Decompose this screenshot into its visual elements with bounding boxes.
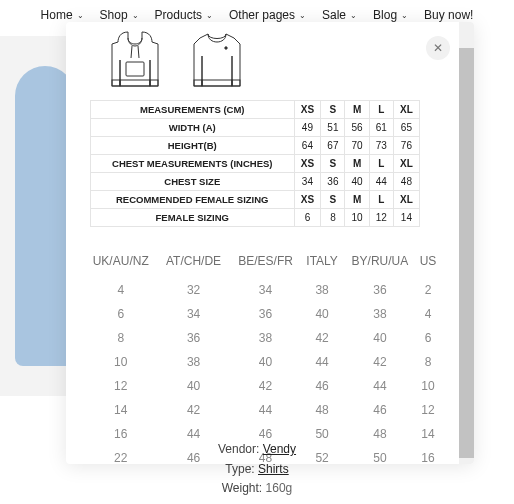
conversion-cell: 32 (157, 280, 229, 300)
nav-blog[interactable]: Blog⌄ (373, 8, 408, 22)
conversion-cell: 42 (301, 328, 342, 348)
conversion-cell: 36 (343, 280, 417, 300)
nav-label: Shop (100, 8, 128, 22)
conversion-cell: 8 (90, 328, 157, 348)
svg-rect-1 (120, 80, 150, 86)
type-label: Type: (225, 462, 254, 476)
modal-content: MEASUREMENTS (CM)XSSMLXL WIDTH (A)495156… (90, 22, 446, 464)
conversion-cell: 4 (90, 280, 157, 300)
chevron-down-icon: ⌄ (299, 11, 306, 20)
conversion-cell: 40 (343, 328, 417, 348)
svg-point-9 (225, 47, 227, 49)
conversion-cell: 10 (90, 352, 157, 372)
vendor-label: Vendor: (218, 442, 259, 456)
garment-hoodie-diagram (100, 26, 170, 92)
conversion-cell: 6 (90, 304, 157, 324)
product-meta: Vendor: Vendy Type: Shirts Weight: 160g (0, 440, 514, 498)
chevron-down-icon: ⌄ (132, 11, 139, 20)
svg-rect-2 (112, 80, 120, 86)
garment-sweatshirt-diagram (182, 26, 252, 92)
conversion-table: UK/AU/NZ AT/CH/DE BE/ES/FR ITALY BY/RU/U… (90, 247, 439, 464)
conversion-cell: 38 (301, 280, 342, 300)
conversion-cell: 38 (343, 304, 417, 324)
nav-label: Blog (373, 8, 397, 22)
conversion-cell: 14 (90, 400, 157, 420)
conversion-cell: 46 (343, 400, 417, 420)
nav-label: Other pages (229, 8, 295, 22)
conversion-cell: 8 (417, 352, 439, 372)
conversion-row: 6343640384 (90, 304, 439, 324)
conversion-row: 124042464410 (90, 376, 439, 396)
conversion-cell: 12 (90, 376, 157, 396)
chevron-down-icon: ⌄ (77, 11, 84, 20)
conversion-cell: 2 (417, 280, 439, 300)
conversion-row: 8363842406 (90, 328, 439, 348)
conversion-cell: 4 (417, 304, 439, 324)
chevron-down-icon: ⌄ (401, 11, 408, 20)
conversion-cell: 44 (301, 352, 342, 372)
svg-rect-6 (202, 80, 232, 86)
nav-label: Home (41, 8, 73, 22)
vendor-link[interactable]: Vendy (263, 442, 296, 456)
conversion-cell: 10 (417, 376, 439, 396)
scrollbar[interactable] (459, 22, 474, 464)
svg-rect-0 (126, 62, 144, 76)
nav-other[interactable]: Other pages⌄ (229, 8, 306, 22)
chevron-down-icon: ⌄ (350, 11, 357, 20)
conversion-cell: 36 (230, 304, 302, 324)
measurements-table: MEASUREMENTS (CM)XSSMLXL WIDTH (A)495156… (90, 100, 420, 227)
svg-line-5 (138, 46, 139, 58)
type-link[interactable]: Shirts (258, 462, 289, 476)
conversion-cell: 34 (230, 280, 302, 300)
conversion-cell: 38 (157, 352, 229, 372)
svg-line-4 (131, 46, 132, 58)
weight-label: Weight: (222, 481, 262, 495)
weight-value: 160g (266, 481, 293, 495)
conversion-cell: 44 (230, 400, 302, 420)
conversion-cell: 40 (301, 304, 342, 324)
conversion-cell: 38 (230, 328, 302, 348)
conversion-cell: 42 (343, 352, 417, 372)
nav-label: Products (155, 8, 202, 22)
chevron-down-icon: ⌄ (206, 11, 213, 20)
conversion-cell: 34 (157, 304, 229, 324)
conversion-cell: 40 (157, 376, 229, 396)
nav-label: Sale (322, 8, 346, 22)
nav-home[interactable]: Home⌄ (41, 8, 84, 22)
close-icon[interactable]: ✕ (426, 36, 450, 60)
conversion-cell: 46 (301, 376, 342, 396)
conversion-row: 10384044428 (90, 352, 439, 372)
nav-label: Buy now! (424, 8, 473, 22)
conversion-row: 144244484612 (90, 400, 439, 420)
nav-shop[interactable]: Shop⌄ (100, 8, 139, 22)
nav-sale[interactable]: Sale⌄ (322, 8, 357, 22)
nav-buy[interactable]: Buy now! (424, 8, 473, 22)
conversion-cell: 6 (417, 328, 439, 348)
m-title: MEASUREMENTS (CM) (91, 101, 295, 119)
size-chart-modal: ✕ (66, 22, 474, 464)
svg-rect-8 (232, 80, 240, 86)
conversion-row: 4323438362 (90, 280, 439, 300)
conversion-cell: 44 (343, 376, 417, 396)
svg-rect-3 (150, 80, 158, 86)
conversion-cell: 42 (157, 400, 229, 420)
scrollbar-thumb[interactable] (459, 48, 474, 458)
conversion-cell: 48 (301, 400, 342, 420)
svg-rect-7 (194, 80, 202, 86)
nav-products[interactable]: Products⌄ (155, 8, 213, 22)
conversion-cell: 40 (230, 352, 302, 372)
conversion-cell: 12 (417, 400, 439, 420)
conversion-cell: 42 (230, 376, 302, 396)
conversion-cell: 36 (157, 328, 229, 348)
